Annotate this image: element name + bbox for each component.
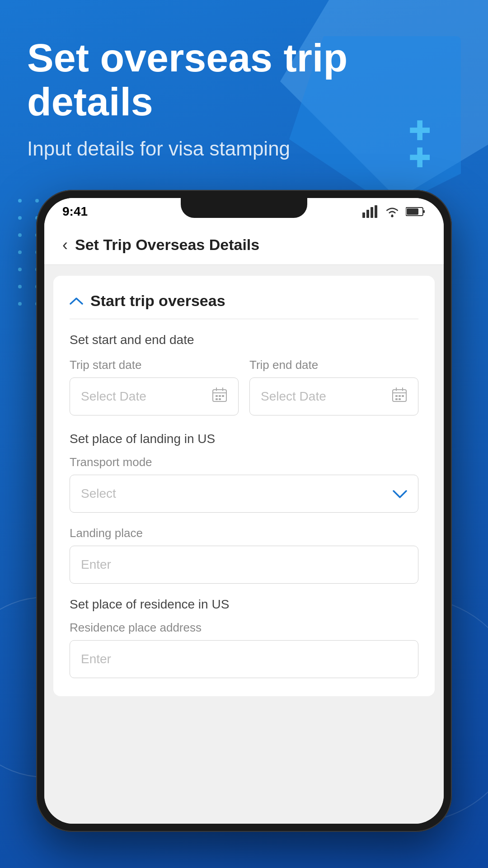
header: Set overseas trip details Input details … xyxy=(0,0,488,160)
residence-addr-input[interactable]: Enter xyxy=(70,640,418,678)
landing-group-label: Set place of landing in US xyxy=(70,432,418,446)
date-group-label: Set start and end date xyxy=(70,333,418,347)
phone-wrapper: 9:41 xyxy=(36,190,488,832)
svg-rect-16 xyxy=(399,395,401,397)
transport-label: Transport mode xyxy=(70,455,418,469)
chevron-up-icon xyxy=(70,292,83,309)
svg-rect-10 xyxy=(219,395,221,397)
svg-rect-2 xyxy=(371,207,373,218)
residence-addr-label: Residence place address xyxy=(70,621,418,635)
residence-group-label: Set place of residence in US xyxy=(70,597,418,612)
svg-rect-7 xyxy=(407,208,418,215)
status-bar: 9:41 xyxy=(44,198,444,225)
residence-section: Set place of residence in US Residence p… xyxy=(70,597,418,678)
landing-place-placeholder: Enter xyxy=(81,557,111,572)
phone-screen: 9:41 xyxy=(44,198,444,824)
start-date-col: Trip start date Select Date xyxy=(70,358,239,415)
battery-icon xyxy=(406,206,426,217)
start-date-label: Trip start date xyxy=(70,358,239,372)
residence-addr-placeholder: Enter xyxy=(81,652,111,666)
svg-rect-18 xyxy=(395,398,398,400)
start-date-input[interactable]: Select Date xyxy=(70,377,239,415)
end-date-col: Trip end date Select Date xyxy=(249,358,418,415)
start-date-placeholder: Select Date xyxy=(81,389,146,404)
transport-mode-select[interactable]: Select xyxy=(70,475,418,513)
nav-title: Set Trip Overseas Details xyxy=(75,236,259,254)
svg-point-4 xyxy=(391,215,393,217)
svg-rect-19 xyxy=(399,398,401,400)
end-date-input[interactable]: Select Date xyxy=(249,377,418,415)
date-row: Trip start date Select Date xyxy=(70,358,418,415)
section-title: Start trip overseas xyxy=(90,292,225,310)
main-card: Start trip overseas Set start and end da… xyxy=(53,276,435,696)
end-date-label: Trip end date xyxy=(249,358,418,372)
nav-bar: ‹ Set Trip Overseas Details xyxy=(44,225,444,265)
svg-rect-12 xyxy=(216,398,218,400)
end-date-calendar-icon xyxy=(392,387,407,406)
svg-rect-0 xyxy=(362,212,365,218)
svg-rect-17 xyxy=(402,395,404,397)
landing-place-input[interactable]: Enter xyxy=(70,546,418,584)
screen-content: Start trip overseas Set start and end da… xyxy=(44,265,444,824)
status-time: 9:41 xyxy=(62,204,88,219)
svg-rect-15 xyxy=(395,395,398,397)
svg-rect-13 xyxy=(219,398,221,400)
transport-select-placeholder: Select xyxy=(81,486,116,501)
signal-icon xyxy=(362,205,379,218)
status-icons xyxy=(362,205,426,218)
back-button[interactable]: ‹ Set Trip Overseas Details xyxy=(62,236,259,255)
end-date-placeholder: Select Date xyxy=(261,389,326,404)
back-chevron-icon: ‹ xyxy=(62,236,68,255)
landing-place-label: Landing place xyxy=(70,526,418,540)
svg-rect-1 xyxy=(366,210,369,218)
wifi-icon xyxy=(384,205,400,218)
phone-frame: 9:41 xyxy=(36,190,452,832)
main-title: Set overseas trip details xyxy=(27,36,461,124)
svg-rect-3 xyxy=(375,205,377,218)
svg-rect-9 xyxy=(216,395,218,397)
chevron-down-icon xyxy=(393,484,407,503)
sub-title: Input details for visa stamping xyxy=(27,137,461,160)
svg-rect-11 xyxy=(222,395,224,397)
svg-rect-6 xyxy=(423,210,425,213)
section-header: Start trip overseas xyxy=(70,292,418,310)
start-date-calendar-icon xyxy=(212,387,227,406)
notch xyxy=(181,198,307,218)
section-divider xyxy=(70,319,418,319)
